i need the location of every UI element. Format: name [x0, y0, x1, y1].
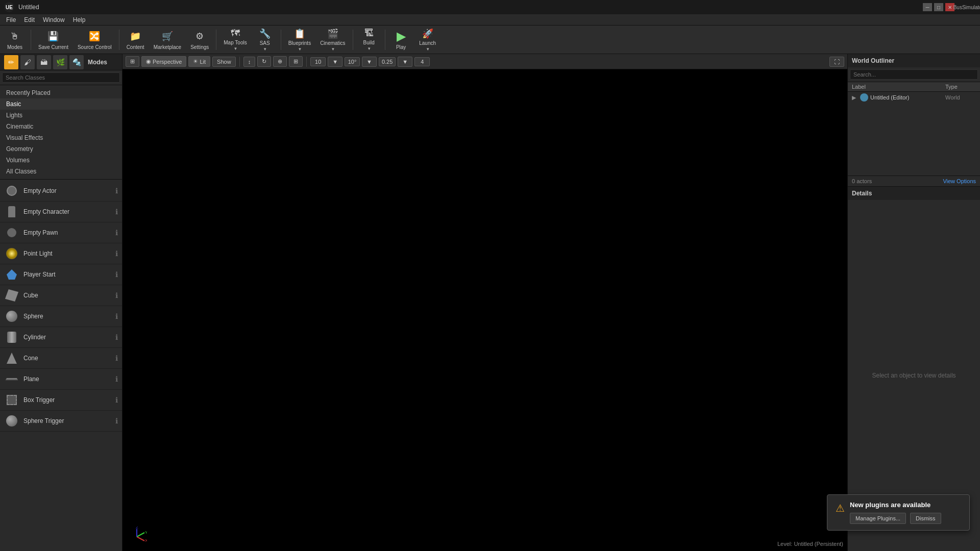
col-type-header: Type: [945, 84, 976, 90]
world-outliner-title: World Outliner: [852, 57, 976, 64]
grid-dropdown-btn[interactable]: ▼: [328, 57, 342, 67]
cinematics-label: Cinematics: [320, 40, 345, 46]
cinematics-icon: 🎬: [326, 28, 340, 39]
mode-placement-btn[interactable]: ✏: [4, 55, 18, 69]
blueprints-arrow[interactable]: ▼: [297, 47, 302, 52]
menu-window[interactable]: Window: [39, 15, 69, 24]
list-item[interactable]: Cone ℹ: [0, 348, 122, 369]
minimize-button[interactable]: ─: [923, 3, 932, 11]
list-item[interactable]: Box Trigger ℹ: [0, 390, 122, 411]
separator-5: [353, 30, 353, 50]
show-btn[interactable]: Show: [212, 57, 236, 67]
category-recently-placed[interactable]: Recently Placed: [0, 87, 122, 98]
play-label: Play: [396, 44, 406, 50]
map-tools-btn[interactable]: 🗺 Map Tools ▼: [219, 27, 251, 53]
svg-line-0: [137, 537, 144, 541]
vp-sep-2: [306, 57, 307, 67]
content-btn[interactable]: 📁 Content: [122, 27, 149, 53]
content-area: ✏ 🖌 🏔 🌿 🔩 Modes Recently Placed Basic Li…: [0, 54, 980, 551]
build-icon: 🏗: [362, 28, 376, 39]
settings-btn[interactable]: ⚙ Settings: [186, 27, 213, 53]
svg-text:X: X: [145, 538, 147, 543]
details-title: Details: [852, 190, 872, 197]
world-local-btn[interactable]: ⊞: [289, 56, 303, 67]
mode-select-btn[interactable]: 🖱 Modes: [2, 27, 28, 53]
category-geometry[interactable]: Geometry: [0, 143, 122, 155]
list-item[interactable]: Cylinder ℹ: [0, 327, 122, 348]
ue-logo: UE: [4, 2, 14, 12]
separator-2: [119, 30, 119, 50]
viewport-expand-btn[interactable]: ⊞: [126, 56, 139, 67]
content-icon: 📁: [128, 29, 142, 43]
scale-btn[interactable]: ⊕: [273, 56, 287, 67]
mode-paint-btn[interactable]: 🖌: [20, 55, 35, 69]
outliner-search-input[interactable]: [850, 69, 978, 80]
separator-3: [216, 30, 216, 50]
list-item[interactable]: Empty Actor ℹ: [0, 181, 122, 202]
outliner-item[interactable]: ▶ Untitled (Editor) World: [848, 92, 980, 103]
svg-text:Y: Y: [145, 530, 147, 535]
notification-panel: ⚠ New plugins are available Manage Plugi…: [827, 494, 970, 531]
expand-icon: ▶: [852, 94, 858, 101]
maximize-viewport-btn[interactable]: ⛶: [829, 57, 844, 67]
category-cinematic[interactable]: Cinematic: [0, 121, 122, 132]
mode-foliage-btn[interactable]: 🌿: [53, 55, 67, 69]
view-options-btn[interactable]: View Options: [943, 178, 976, 184]
lit-icon: ☀: [193, 58, 198, 65]
maximize-button[interactable]: □: [934, 3, 943, 11]
build-arrow[interactable]: ▼: [366, 46, 371, 51]
play-btn[interactable]: ▶ Play: [388, 27, 414, 53]
launch-arrow[interactable]: ▼: [425, 47, 430, 52]
notification-title: New plugins are available: [850, 501, 961, 509]
sas-btn[interactable]: 🔧 SAS ▼: [252, 27, 278, 53]
blueprints-btn[interactable]: 📋 Blueprints ▼: [284, 27, 315, 53]
scale-dropdown-btn[interactable]: ▼: [398, 57, 412, 67]
menu-help[interactable]: Help: [69, 15, 90, 24]
rotation-dropdown-btn[interactable]: ▼: [362, 57, 377, 67]
rotate-btn[interactable]: ↻: [257, 56, 271, 67]
list-item[interactable]: Empty Pawn ℹ: [0, 222, 122, 243]
category-volumes[interactable]: Volumes: [0, 155, 122, 166]
list-item[interactable]: Sphere ℹ: [0, 306, 122, 327]
content-label: Content: [127, 44, 144, 50]
category-all-classes[interactable]: All Classes: [0, 166, 122, 177]
perspective-btn[interactable]: ◉ Perspective: [141, 56, 186, 67]
menu-file[interactable]: File: [2, 15, 20, 24]
category-lights[interactable]: Lights: [0, 110, 122, 121]
outliner-search-container: [848, 67, 980, 82]
blueprints-icon: 📋: [292, 28, 307, 39]
build-btn[interactable]: 🏗 Build ▼: [356, 27, 382, 53]
dismiss-btn[interactable]: Dismiss: [910, 513, 941, 524]
category-visual-effects[interactable]: Visual Effects: [0, 132, 122, 143]
category-basic[interactable]: Basic: [0, 98, 122, 110]
vp-sep-1: [239, 57, 240, 67]
mode-geometry-btn[interactable]: 🔩: [69, 55, 84, 69]
list-item[interactable]: Player Start ℹ: [0, 264, 122, 285]
list-item[interactable]: Cube ℹ: [0, 285, 122, 306]
list-item[interactable]: Plane ℹ: [0, 369, 122, 390]
cinematics-arrow[interactable]: ▼: [330, 47, 335, 52]
perspective-icon: ◉: [146, 58, 151, 65]
lit-btn[interactable]: ☀ Lit: [188, 56, 210, 67]
col-label-header[interactable]: Label: [852, 84, 945, 90]
translate-btn[interactable]: ↕: [243, 57, 256, 67]
search-classes-input[interactable]: [2, 72, 120, 83]
mode-landscape-btn[interactable]: 🏔: [37, 55, 51, 69]
save-current-btn[interactable]: 💾 Save Current: [34, 27, 72, 53]
list-item[interactable]: Point Light ℹ: [0, 243, 122, 264]
cinematics-btn[interactable]: 🎬 Cinematics ▼: [316, 27, 349, 53]
manage-plugins-btn[interactable]: Manage Plugins...: [850, 513, 906, 524]
separator-6: [385, 30, 385, 50]
menu-edit[interactable]: Edit: [20, 15, 39, 24]
list-item[interactable]: Sphere Trigger ℹ: [0, 411, 122, 432]
source-control-btn[interactable]: 🔀 Source Control: [74, 27, 116, 53]
marketplace-btn[interactable]: 🛒 Marketplace: [150, 27, 185, 53]
launch-btn[interactable]: 🚀 Launch ▼: [415, 27, 440, 53]
viewport-overlay: X Y Z: [127, 527, 147, 547]
map-tools-label: Map Tools: [224, 40, 247, 45]
sas-icon: 🔧: [258, 28, 272, 39]
sas-arrow[interactable]: ▼: [262, 47, 267, 52]
map-tools-arrow[interactable]: ▼: [233, 46, 238, 51]
list-item[interactable]: Empty Character ℹ: [0, 202, 122, 222]
viewport[interactable]: X Y Z Level: Untitled (Persistent): [122, 69, 847, 551]
